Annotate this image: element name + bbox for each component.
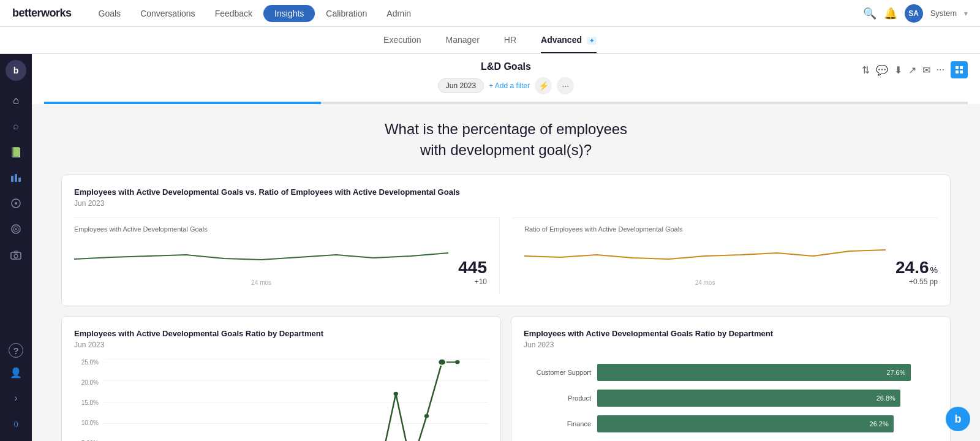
metric-ratio-unit: % (930, 265, 938, 275)
svg-point-25 (424, 414, 429, 418)
metric-employees-change: +10 (458, 277, 487, 286)
sidebar-avatar[interactable]: b (6, 60, 26, 81)
card-employees-goals: Employees with Active Developmental Goal… (61, 175, 951, 306)
search-icon[interactable]: 🔍 (863, 7, 876, 20)
page-heading: What is the percentage of employees with… (61, 119, 951, 160)
line-chart-area: 25.0% 20.0% 15.0% 10.0% 5.00% 0.00% (74, 359, 488, 441)
metric-ratio-value-block: 24.6 % +0.55 pp (895, 258, 938, 286)
bar-track-0: 27.6% (597, 364, 938, 381)
tab-manager[interactable]: Manager (446, 28, 480, 53)
more-icon[interactable]: ··· (937, 64, 944, 75)
metric-employees-chart: 24 mos (74, 238, 448, 286)
bar-label-2: Finance (524, 420, 591, 428)
svg-point-27 (455, 360, 460, 364)
download-icon[interactable]: ⬇ (894, 64, 902, 76)
share-icon[interactable]: ↗ (908, 64, 916, 76)
y-label-3: 15.0% (81, 399, 99, 406)
nav-conversations[interactable]: Conversations (132, 5, 204, 22)
line-chart-svg (104, 359, 488, 441)
main-content: What is the percentage of employees with… (32, 104, 980, 441)
metric-employees-row: 24 mos 445 +10 (74, 238, 487, 286)
metric-ratio-value: 24.6 (895, 258, 929, 277)
nav-admin[interactable]: Admin (378, 5, 420, 22)
bottom-cards: Employees with Active Developmental Goal… (61, 316, 951, 441)
y-label-5: 25.0% (81, 359, 99, 366)
svg-point-24 (394, 392, 399, 396)
tab-hr[interactable]: HR (504, 28, 516, 53)
secondary-nav: Execution Manager HR Advanced ✦ (0, 27, 980, 54)
tab-execution[interactable]: Execution (383, 28, 421, 53)
chart-icon[interactable] (5, 167, 27, 189)
nav-insights[interactable]: Insights (263, 5, 315, 22)
y-label-2: 10.0% (81, 420, 99, 426)
comment-icon[interactable]: 💬 (876, 64, 888, 76)
main-nav: Goals Conversations Feedback Insights Ca… (90, 5, 420, 22)
content-area: ⇅ 💬 ⬇ ↗ ✉ ··· L&D Goals Jun 2023 + Add a… (32, 54, 980, 441)
svg-rect-14 (960, 70, 963, 74)
nav-right: 🔍 🔔 SA System ▾ (863, 4, 968, 23)
avatar[interactable]: SA (905, 4, 923, 23)
logo[interactable]: betterworks (12, 7, 72, 20)
dashboard-header: ⇅ 💬 ⬇ ↗ ✉ ··· L&D Goals Jun 2023 + Add a… (32, 54, 980, 104)
svg-rect-1 (15, 174, 17, 182)
bar-value-0: 27.6% (886, 369, 910, 376)
card1-subtitle: Jun 2023 (74, 199, 938, 208)
svg-rect-12 (960, 66, 963, 69)
card3-subtitle: Jun 2023 (524, 341, 938, 349)
gauge-icon[interactable] (5, 192, 27, 214)
bar-value-2: 26.2% (870, 420, 894, 428)
svg-rect-11 (956, 66, 959, 69)
camera-icon[interactable] (5, 244, 27, 266)
blue-box-icon[interactable] (951, 61, 968, 78)
bar-track-2: 26.2% (597, 415, 938, 432)
metric-employees-label: Employees with Active Developmental Goal… (74, 225, 487, 233)
svg-rect-2 (18, 178, 21, 182)
sort-icon[interactable]: ⇅ (862, 64, 870, 76)
card1-title: Employees with Active Developmental Goal… (74, 187, 938, 197)
system-label: System (930, 9, 957, 18)
user-icon[interactable]: 👤 (5, 361, 27, 383)
dashboard-filters: Jun 2023 + Add a filter ⚡ ··· (438, 77, 574, 94)
metric-employees-value-block: 445 +10 (458, 258, 487, 286)
nav-calibration[interactable]: Calibration (317, 5, 375, 22)
metric-ratio-label: Ratio of Employees with Active Developme… (524, 225, 938, 233)
card2-title: Employees with Active Developmental Goal… (74, 329, 488, 338)
target-icon[interactable] (5, 218, 27, 240)
svg-point-7 (15, 228, 17, 230)
bar-fill-0: 27.6% (597, 364, 911, 381)
bell-icon[interactable]: 🔔 (884, 7, 897, 20)
bar-row-1: Product 26.8% (524, 390, 938, 407)
chevron-down-icon[interactable]: ▾ (964, 9, 968, 18)
date-filter[interactable]: Jun 2023 (438, 78, 484, 93)
help-icon[interactable]: ? (9, 343, 23, 358)
ellipsis-icon[interactable]: ··· (557, 77, 574, 94)
search-icon[interactable]: ⌕ (5, 115, 27, 137)
home-icon[interactable]: ⌂ (5, 89, 27, 111)
add-filter-btn[interactable]: + Add a filter (489, 81, 530, 90)
nav-goals[interactable]: Goals (90, 5, 130, 22)
bar-fill-1: 26.8% (597, 390, 900, 407)
tab-advanced[interactable]: Advanced ✦ (541, 28, 597, 53)
metric-employees: Employees with Active Developmental Goal… (74, 217, 500, 293)
svg-point-4 (15, 202, 17, 205)
bw-bottom-icon[interactable]: ⟨⟩ (5, 413, 27, 435)
bar-row-0: Customer Support 27.6% (524, 364, 938, 381)
email-icon[interactable]: ✉ (922, 64, 930, 76)
svg-point-26 (438, 359, 446, 365)
progress-bar (44, 102, 321, 104)
card-line-dept: Employees with Active Developmental Goal… (61, 316, 501, 441)
metric-ratio: Ratio of Employees with Active Developme… (512, 217, 938, 293)
book-icon[interactable]: 📗 (5, 141, 27, 163)
bar-track-1: 26.8% (597, 390, 938, 407)
progress-bar-container (44, 102, 968, 104)
dashboard-title: L&D Goals (481, 61, 531, 72)
metric-ratio-change: +0.55 pp (895, 277, 938, 286)
floating-bw-logo[interactable]: b (946, 407, 970, 431)
top-nav: betterworks Goals Conversations Feedback… (0, 0, 980, 27)
lightning-icon[interactable]: ⚡ (535, 77, 552, 94)
nav-feedback[interactable]: Feedback (206, 5, 261, 22)
expand-icon[interactable]: › (5, 387, 27, 409)
bar-label-0: Customer Support (524, 369, 591, 376)
bar-value-1: 26.8% (876, 394, 900, 402)
metric-ratio-chart: 24 mos (524, 238, 886, 286)
